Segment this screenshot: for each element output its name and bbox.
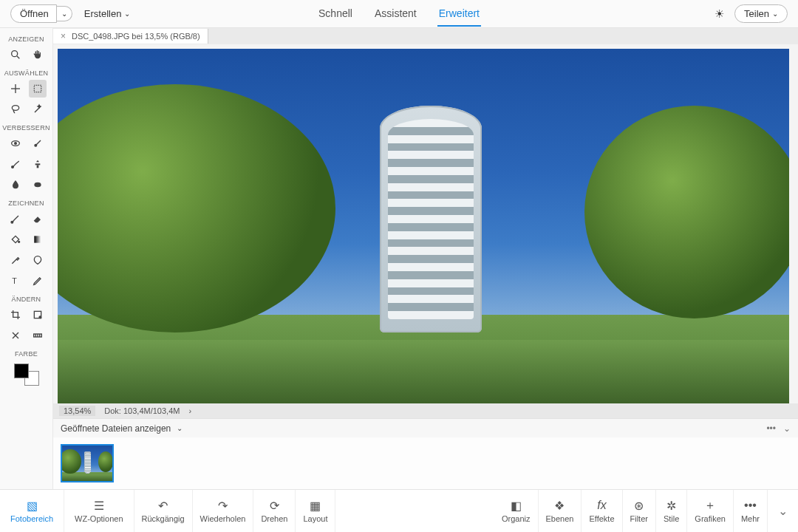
lasso-tool-icon[interactable]: [7, 100, 24, 118]
chevron-down-icon[interactable]: ⌄: [783, 423, 791, 434]
smart-brush-tool-icon[interactable]: [7, 155, 24, 173]
rotate-icon: ⟳: [270, 499, 279, 512]
magic-wand-tool-icon[interactable]: [29, 100, 47, 118]
open-button-group: Öffnen ⌄: [10, 4, 72, 23]
filters-label: Filter: [630, 514, 648, 523]
graphics-button[interactable]: ＋ Grafiken: [687, 490, 734, 532]
section-modify: ÄNDERN: [12, 296, 41, 303]
content-aware-tool-icon[interactable]: [7, 327, 24, 344]
sponge-tool-icon[interactable]: [29, 176, 47, 194]
chevron-down-icon: ⌄: [61, 10, 67, 18]
layers-button[interactable]: ❖ Ebenen: [539, 490, 582, 532]
spot-heal-tool-icon[interactable]: [29, 134, 47, 152]
svg-line-1: [17, 56, 19, 58]
layers-label: Ebenen: [546, 514, 574, 523]
tool-options-label: WZ-Optionen: [75, 514, 123, 523]
straighten-tool-icon[interactable]: [29, 327, 47, 344]
mode-guided[interactable]: Assistent: [373, 1, 418, 27]
svg-point-8: [35, 144, 37, 146]
svg-point-9: [11, 166, 13, 168]
document-tab[interactable]: × DSC_0498.JPG bei 13,5% (RGB/8): [53, 29, 208, 44]
tool-panel: ANZEIGEN AUSWÄHLEN VERBESSERN ZEICHNEN: [0, 28, 53, 489]
create-menu[interactable]: Erstellen ⌄: [84, 8, 131, 19]
organizer-label: Organiz: [502, 514, 531, 523]
photobin-label: Fotobereich: [10, 514, 53, 523]
svg-point-10: [34, 183, 41, 188]
status-bar: 13,54% Dok: 103,4M/103,4M ›: [53, 403, 798, 418]
open-files-label[interactable]: Geöffnete Dateien anzeigen: [61, 423, 171, 434]
hand-tool-icon[interactable]: [29, 46, 47, 64]
layout-button[interactable]: ▦ Layout: [296, 490, 335, 532]
photo-thumb[interactable]: [61, 444, 114, 482]
undo-button[interactable]: ↶ Rückgängig: [134, 490, 193, 532]
redo-button[interactable]: ↷ Wiederholen: [193, 490, 254, 532]
clone-stamp-tool-icon[interactable]: [29, 155, 47, 173]
create-label: Erstellen: [84, 8, 122, 19]
blur-tool-icon[interactable]: [7, 176, 24, 194]
document-tabs: × DSC_0498.JPG bei 13,5% (RGB/8): [53, 28, 798, 44]
move-tool-icon[interactable]: [7, 80, 24, 98]
zoom-readout[interactable]: 13,54%: [59, 406, 95, 416]
document-tab-label: DSC_0498.JPG bei 13,5% (RGB/8): [72, 32, 200, 41]
pencil-tool-icon[interactable]: [29, 272, 47, 290]
eraser-tool-icon[interactable]: [29, 210, 47, 228]
color-swatches[interactable]: [14, 364, 39, 386]
type-tool-icon[interactable]: T: [7, 272, 24, 290]
photobin-tab[interactable]: ▧ Fotobereich: [0, 490, 64, 532]
mode-tabs: Schnell Assistent Erweitert: [317, 1, 481, 27]
tool-options-tab[interactable]: ☰ WZ-Optionen: [64, 490, 134, 532]
layout-icon: ▦: [310, 499, 321, 512]
svg-point-7: [14, 143, 16, 145]
brightness-icon[interactable]: ☀︎: [715, 7, 724, 21]
paint-bucket-tool-icon[interactable]: [7, 231, 24, 248]
section-draw: ZEICHNEN: [8, 200, 44, 207]
share-button[interactable]: Teilen ⌄: [734, 4, 788, 23]
crop-tool-icon[interactable]: [7, 306, 24, 324]
filter-icon: ⊛: [634, 499, 644, 512]
effects-button[interactable]: fx Effekte: [582, 490, 622, 532]
zoom-tool-icon[interactable]: [7, 46, 24, 64]
mode-quick[interactable]: Schnell: [317, 1, 354, 27]
graphics-label: Grafiken: [695, 514, 726, 523]
rotate-button[interactable]: ⟳ Drehen: [253, 490, 296, 532]
svg-text:T: T: [12, 276, 17, 285]
more-icon[interactable]: •••: [766, 423, 776, 434]
more-button[interactable]: ••• Mehr: [734, 490, 768, 532]
svg-rect-4: [34, 85, 41, 92]
plus-icon: ＋: [704, 499, 716, 512]
close-tab-icon[interactable]: ×: [61, 31, 66, 41]
photo-tree-right: [584, 106, 789, 318]
undo-label: Rückgängig: [142, 514, 185, 523]
chevron-right-icon[interactable]: ›: [188, 406, 191, 415]
eyedropper-tool-icon[interactable]: [7, 251, 24, 269]
layout-label: Layout: [303, 514, 327, 523]
svg-point-12: [18, 241, 19, 242]
mode-expert[interactable]: Erweitert: [437, 1, 481, 27]
undo-icon: ↶: [158, 499, 168, 512]
gradient-tool-icon[interactable]: [29, 231, 47, 248]
canvas-viewport[interactable]: [53, 44, 798, 403]
section-color: FARBE: [15, 350, 38, 358]
organizer-button[interactable]: ◧ Organiz: [494, 490, 539, 532]
chevron-down-icon[interactable]: ⌄: [177, 424, 183, 432]
photo-bin: [53, 437, 798, 489]
styles-button[interactable]: ✲ Stile: [656, 490, 687, 532]
redeye-tool-icon[interactable]: [7, 134, 24, 152]
styles-icon: ✲: [666, 499, 676, 512]
open-dropdown[interactable]: ⌄: [57, 6, 72, 21]
filters-button[interactable]: ⊛ Filter: [623, 490, 656, 532]
svg-point-0: [11, 51, 17, 57]
foreground-color-swatch[interactable]: [14, 364, 29, 378]
open-button[interactable]: Öffnen: [10, 4, 57, 23]
collapse-button[interactable]: ⌄: [768, 490, 798, 532]
photo-lawn: [58, 340, 789, 403]
brush-tool-icon[interactable]: [7, 210, 24, 228]
svg-point-16: [39, 316, 41, 318]
section-enhance: VERBESSERN: [2, 124, 50, 132]
shape-tool-icon[interactable]: [29, 251, 47, 269]
more-icon: •••: [744, 499, 757, 512]
redo-label: Wiederholen: [200, 514, 246, 523]
image-canvas[interactable]: [58, 49, 789, 403]
recompose-tool-icon[interactable]: [29, 306, 47, 324]
marquee-tool-icon[interactable]: [29, 80, 47, 98]
